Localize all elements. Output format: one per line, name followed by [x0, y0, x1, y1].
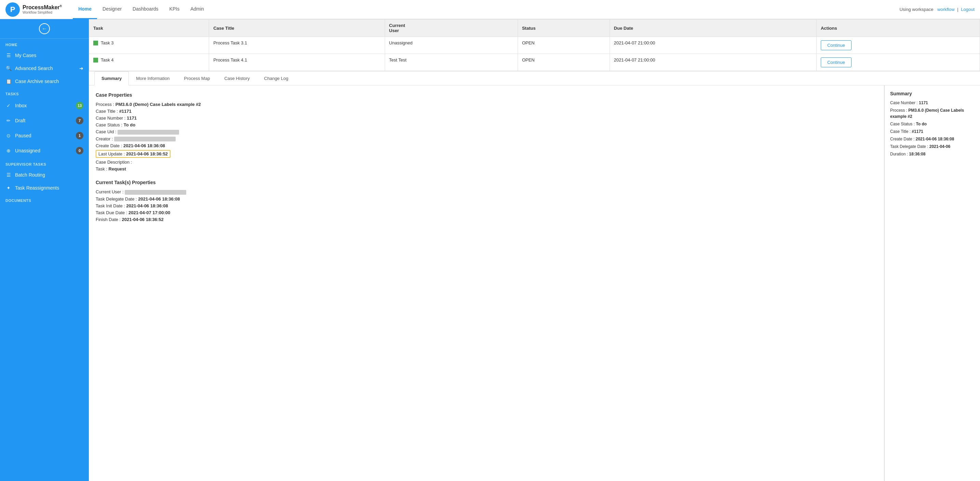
col-current-user: CurrentUser: [385, 19, 518, 37]
sidebar: ← HOME ☰ My Cases 🔍 Advanced Search ➜ 📋 …: [0, 19, 89, 481]
case-properties-section: Case Properties Process : PM3.6.0 (Demo)…: [95, 92, 877, 171]
draft-icon: ✏: [5, 118, 12, 123]
case-archive-icon: 📋: [5, 79, 12, 84]
brand-tagline: Workflow Simplified: [22, 11, 62, 15]
right-summary-title: Summary: [890, 91, 975, 96]
prop-case-number: Case Number : 1171: [95, 116, 877, 121]
table-row: Task 4 Process Task 4.1 Test Test OPEN 2…: [89, 54, 980, 71]
back-button[interactable]: ←: [39, 23, 50, 34]
main-nav: Home Designer Dashboards KPIs Admin: [73, 0, 210, 19]
logout-link[interactable]: Logout: [961, 7, 975, 12]
logo-area: P ProcessMaker® Workflow Simplified: [5, 2, 62, 17]
tab-change-log[interactable]: Change Log: [257, 71, 296, 86]
row2-task: Task 4: [89, 54, 209, 71]
row2-user: Test Test: [385, 54, 518, 71]
table-row: Task 3 Process Task 3.1 Unassigned OPEN …: [89, 37, 980, 54]
sidebar-label-advanced-search: Advanced Search: [15, 65, 53, 71]
tabs-bar: Summary More Information Process Map Cas…: [89, 71, 980, 86]
task-reassign-icon: ✦: [5, 185, 12, 190]
sidebar-item-case-archive[interactable]: 📋 Case Archive search: [0, 75, 89, 88]
paused-badge: 1: [76, 132, 83, 140]
prop-create-date-value: 2021-04-06 18:36:08: [123, 143, 165, 148]
task4-status-icon: [93, 58, 98, 62]
right-process: Process : PM3.6.0 (Demo) Case Labels exa…: [890, 107, 975, 119]
prop-case-title: Case Title : #1171: [95, 109, 877, 114]
task-delegate-date-value: 2021-04-06 18:36:08: [138, 197, 180, 202]
nav-admin[interactable]: Admin: [185, 0, 210, 19]
nav-dashboards[interactable]: Dashboards: [127, 0, 164, 19]
prop-create-date: Create Date : 2021-04-06 18:36:08: [95, 143, 877, 148]
row1-due-date: 2021-04-07 21:00:00: [609, 37, 816, 54]
prop-process: Process : PM3.6.0 (Demo) Case Labels exa…: [95, 102, 877, 107]
main-layout: ← HOME ☰ My Cases 🔍 Advanced Search ➜ 📋 …: [0, 19, 980, 481]
sidebar-item-mycases[interactable]: ☰ My Cases: [0, 49, 89, 62]
batch-routing-icon: ☰: [5, 172, 12, 178]
finish-date-value: 2021-04-06 18:36:52: [122, 217, 164, 222]
right-duration: Duration : 18:36:08: [890, 151, 975, 157]
inbox-badge: 13: [76, 102, 83, 110]
row2-continue-button[interactable]: Continue: [821, 57, 851, 67]
sidebar-label-unassigned: Unassigned: [15, 148, 40, 153]
back-icon: ←: [42, 25, 47, 32]
right-case-title: Case Title : #1171: [890, 129, 975, 135]
sidebar-label-task-reassignments: Task Reassignments: [15, 185, 59, 190]
nav-designer[interactable]: Designer: [97, 0, 127, 19]
content-area: Task Case Title CurrentUser Status Due D…: [89, 19, 980, 481]
sidebar-item-draft[interactable]: ✏ Draft 7: [0, 113, 89, 128]
workspace-link[interactable]: workflow: [937, 7, 955, 12]
sidebar-item-advanced-search[interactable]: 🔍 Advanced Search ➜: [0, 62, 89, 75]
row2-action: Continue: [816, 54, 980, 71]
prop-task: Task : Request: [95, 167, 877, 171]
tab-case-history[interactable]: Case History: [217, 71, 257, 86]
unassigned-badge: 0: [76, 147, 83, 154]
paused-icon: ⊙: [5, 133, 12, 138]
task3-status-icon: [93, 41, 98, 45]
workspace-label: Using workspace: [899, 7, 933, 12]
current-task-section: Current Task(s) Properties Current User …: [95, 180, 877, 222]
brand-name: ProcessMaker®: [22, 4, 62, 11]
row1-continue-button[interactable]: Continue: [821, 40, 851, 50]
sidebar-item-unassigned[interactable]: ⊕ Unassigned 0: [0, 143, 89, 158]
sidebar-item-paused[interactable]: ⊙ Paused 1: [0, 128, 89, 143]
bottom-panels: Case Properties Process : PM3.6.0 (Demo)…: [89, 86, 980, 481]
nav-home[interactable]: Home: [73, 0, 97, 19]
current-user-blurred: [125, 190, 186, 195]
right-case-status: Case Status : To do: [890, 121, 975, 127]
advanced-search-arrow: ➜: [79, 65, 83, 71]
sidebar-section-home: HOME: [0, 39, 89, 49]
row1-user: Unassigned: [385, 37, 518, 54]
row1-action: Continue: [816, 37, 980, 54]
nav-kpis[interactable]: KPIs: [164, 0, 185, 19]
col-actions: Actions: [816, 19, 980, 37]
creator-blurred: [114, 137, 176, 141]
logo-icon: P: [5, 2, 20, 17]
prop-case-number-value: 1171: [127, 116, 137, 121]
tab-more-info[interactable]: More Information: [129, 71, 177, 86]
prop-task-value: Request: [109, 167, 126, 171]
inbox-icon: ✓: [5, 103, 12, 108]
prop-case-title-value: #1171: [119, 109, 132, 114]
prop-task-delegate-date: Task Delegate Date : 2021-04-06 18:36:08: [95, 197, 877, 202]
col-case-title: Case Title: [209, 19, 385, 37]
advanced-search-icon: 🔍: [5, 65, 12, 71]
sidebar-back[interactable]: ←: [0, 19, 89, 39]
right-create-date: Create Date : 2021-04-06 18:36:08: [890, 136, 975, 142]
tasks-table-section: Task Case Title CurrentUser Status Due D…: [89, 19, 980, 71]
top-nav: P ProcessMaker® Workflow Simplified Home…: [0, 0, 980, 19]
row2-case-title: Process Task 4.1: [209, 54, 385, 71]
prop-task-init-date: Task Init Date : 2021-04-06 18:36:08: [95, 203, 877, 208]
task-init-date-value: 2021-04-06 18:36:08: [126, 203, 168, 208]
sidebar-item-task-reassignments[interactable]: ✦ Task Reassignments: [0, 181, 89, 194]
prop-case-description: Case Description :: [95, 160, 877, 165]
nav-right: Using workspace workflow | Logout: [899, 7, 975, 12]
col-due-date: Due Date: [609, 19, 816, 37]
row1-case-title: Process Task 3.1: [209, 37, 385, 54]
sidebar-item-batch-routing[interactable]: ☰ Batch Routing: [0, 168, 89, 181]
last-update-highlight: Last Update : 2021-04-06 18:36:52: [95, 150, 170, 158]
tab-summary[interactable]: Summary: [94, 71, 129, 86]
sidebar-item-inbox[interactable]: ✓ Inbox 13: [0, 98, 89, 113]
sidebar-section-supervisor: SUPERVISOR TASKS: [0, 158, 89, 168]
prop-last-update-value: 2021-04-06 18:36:52: [126, 151, 168, 156]
tab-process-map[interactable]: Process Map: [177, 71, 217, 86]
task-due-date-value: 2021-04-07 17:00:00: [129, 210, 170, 215]
